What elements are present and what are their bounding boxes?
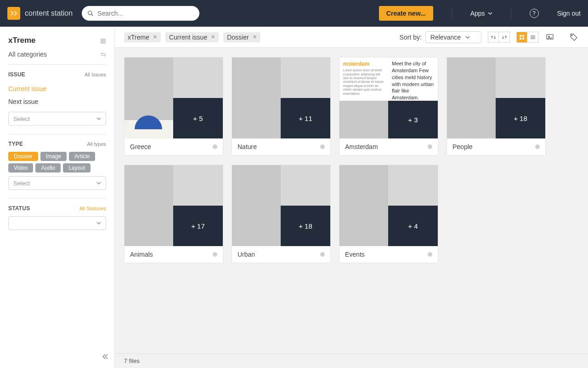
- svg-rect-3: [522, 35, 524, 37]
- type-section: TYPE All types Dossier Image Article Vid…: [8, 134, 106, 190]
- thumbnail: [281, 165, 330, 206]
- type-chip-dossier[interactable]: Dossier: [8, 152, 38, 161]
- type-chip-image[interactable]: Image: [40, 152, 67, 161]
- type-chip-audio[interactable]: Audio: [35, 163, 61, 172]
- thumbnail: [496, 58, 545, 98]
- issue-section: ISSUE All Issues Current issue Next issu…: [8, 64, 106, 126]
- collapse-sidebar-icon[interactable]: [102, 353, 108, 362]
- type-chip-video[interactable]: Video: [8, 163, 33, 172]
- more-count: + 18: [496, 98, 545, 138]
- dossier-card-animals[interactable]: + 17 Animals: [124, 165, 223, 263]
- brand-area: content station: [7, 7, 73, 20]
- close-icon[interactable]: ✕: [211, 34, 215, 40]
- close-icon[interactable]: ✕: [253, 34, 257, 40]
- card-title: Greece: [130, 143, 151, 150]
- filter-bar: xTreme✕ Current issue✕ Dossier✕ Sort by:…: [115, 27, 588, 48]
- signout-link[interactable]: Sign out: [557, 10, 581, 17]
- svg-line-1: [91, 14, 93, 16]
- svg-point-0: [88, 11, 92, 15]
- close-icon[interactable]: ✕: [153, 34, 157, 40]
- sort-asc-icon[interactable]: [488, 32, 499, 43]
- card-title: Animals: [130, 251, 153, 258]
- sidebar: xTreme ▦ All categories ⇆ ISSUE All Issu…: [0, 27, 115, 368]
- chevron-down-icon: [465, 35, 470, 40]
- thumbnail: [124, 58, 173, 138]
- tag-icon[interactable]: [569, 32, 579, 42]
- share-icon: ⇆: [101, 51, 106, 58]
- help-icon[interactable]: ?: [530, 9, 539, 18]
- thumbnail: [232, 165, 281, 246]
- sidebar-title: xTreme: [8, 36, 36, 45]
- crumb-dossier[interactable]: Dossier✕: [223, 32, 260, 42]
- card-title: Urban: [237, 251, 255, 258]
- view-list-icon[interactable]: [527, 32, 538, 43]
- chevron-down-icon: [96, 181, 101, 185]
- more-count: + 3: [388, 101, 438, 138]
- card-title: People: [452, 143, 473, 150]
- card-title: Amsterdam: [345, 143, 378, 150]
- dossier-card-amsterdam[interactable]: msterdam Lorem ipsum dolor sit amet cons…: [339, 57, 438, 155]
- create-new-button[interactable]: Create new...: [379, 6, 433, 21]
- chevron-down-icon: [488, 11, 492, 16]
- more-count: + 18: [281, 206, 330, 246]
- all-categories-link[interactable]: All categories ⇆: [8, 51, 106, 58]
- svg-rect-5: [522, 38, 524, 40]
- status-dot: [428, 144, 432, 149]
- content-area: xTreme✕ Current issue✕ Dossier✕ Sort by:…: [115, 27, 588, 368]
- sort-label: Sort by:: [400, 34, 422, 41]
- thumbnail: [232, 58, 281, 138]
- crumb-current-issue[interactable]: Current issue✕: [165, 32, 219, 42]
- thumbnail: [339, 101, 388, 138]
- sort-desc-icon[interactable]: [499, 32, 510, 43]
- global-search[interactable]: [82, 6, 199, 21]
- dossier-card-people[interactable]: + 18 People: [447, 57, 546, 155]
- card-title: Events: [345, 251, 365, 258]
- view-grid-icon[interactable]: [516, 32, 527, 43]
- type-heading: TYPE: [8, 141, 23, 147]
- brand-text: content station: [25, 9, 73, 17]
- article-preview-text: Meet the city of Amsterdam Few cities me…: [388, 58, 438, 101]
- status-dot: [320, 252, 325, 257]
- search-input[interactable]: [97, 10, 194, 17]
- results-grid: + 5 Greece + 11 Nature: [115, 48, 588, 353]
- dossier-card-events[interactable]: + 4 Events: [339, 165, 438, 263]
- preview-icon[interactable]: [545, 32, 555, 42]
- status-dot: [320, 144, 325, 149]
- status-dot: [213, 144, 217, 149]
- sort-select[interactable]: Relevance: [425, 31, 481, 43]
- type-chip-layout[interactable]: Layout: [63, 163, 90, 172]
- more-count: + 4: [388, 206, 438, 246]
- svg-rect-4: [520, 38, 521, 40]
- thumbnail: [339, 165, 388, 246]
- publication-icon[interactable]: ▦: [100, 37, 106, 44]
- filter-crumbs: xTreme✕ Current issue✕ Dossier✕: [124, 32, 260, 42]
- issue-item-current[interactable]: Current issue: [8, 82, 106, 95]
- apps-menu[interactable]: Apps: [470, 10, 492, 17]
- thumbnail: [124, 165, 173, 246]
- dossier-card-urban[interactable]: + 18 Urban: [232, 165, 331, 263]
- svg-rect-2: [520, 35, 521, 37]
- article-preview: msterdam Lorem ipsum dolor sit amet cons…: [339, 58, 388, 101]
- status-section: STATUS All Statuses: [8, 198, 106, 230]
- thumbnail: [173, 58, 223, 98]
- issue-item-next[interactable]: Next issue: [8, 95, 106, 108]
- issue-heading: ISSUE: [8, 71, 25, 78]
- all-types-link[interactable]: All types: [87, 141, 106, 147]
- type-chip-article[interactable]: Article: [69, 152, 95, 161]
- all-statuses-link[interactable]: All Statuses: [79, 206, 106, 211]
- dossier-card-nature[interactable]: + 11 Nature: [232, 57, 331, 155]
- all-issues-link[interactable]: All Issues: [85, 72, 106, 77]
- thumbnail: [388, 165, 438, 206]
- dossier-card-greece[interactable]: + 5 Greece: [124, 57, 223, 155]
- type-select[interactable]: Select: [8, 176, 106, 190]
- status-dot: [535, 144, 540, 149]
- chevron-down-icon: [96, 221, 101, 225]
- issue-select[interactable]: Select: [8, 112, 106, 126]
- status-bar: 7 files: [115, 353, 588, 368]
- more-count: + 5: [173, 98, 223, 138]
- status-select[interactable]: [8, 216, 106, 230]
- app-logo-icon: [7, 7, 20, 20]
- status-dot: [428, 252, 432, 257]
- thumbnail: [173, 165, 223, 206]
- crumb-xtreme[interactable]: xTreme✕: [124, 32, 161, 42]
